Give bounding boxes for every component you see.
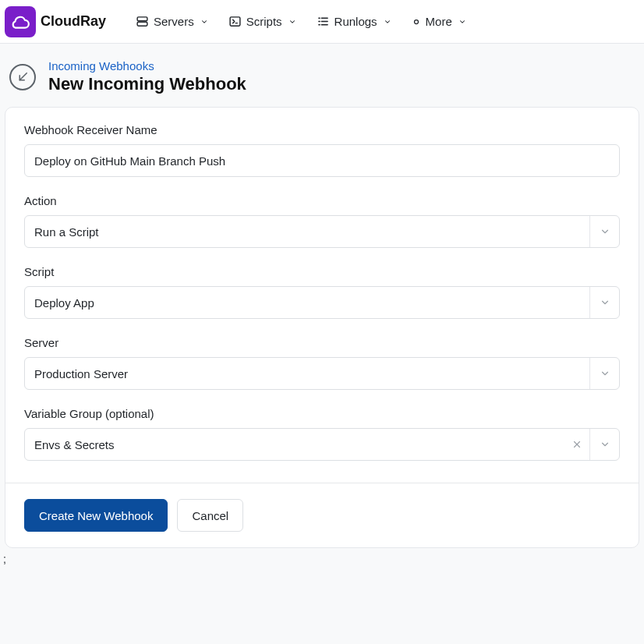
script-select[interactable]: Deploy App [24,286,620,319]
nav-label: Scripts [246,15,282,28]
clear-icon[interactable] [564,429,589,460]
terminal-icon [228,15,242,28]
action-select[interactable]: Run a Script [24,215,620,248]
chevron-down-icon [458,18,466,26]
cancel-button[interactable]: Cancel [177,499,243,532]
form-group-vargroup: Variable Group (optional) Envs & Secrets [24,407,620,461]
chevron-down-icon [384,18,391,26]
chevron-down-icon [589,358,619,389]
nav-links: Servers Scripts [136,15,466,28]
action-value: Run a Script [25,216,589,247]
vargroup-label: Variable Group (optional) [24,407,620,420]
svg-rect-1 [137,22,147,26]
name-input[interactable] [24,144,620,177]
form-group-name: Webhook Receiver Name [24,123,620,177]
script-value: Deploy App [25,287,589,318]
card-footer: Create New Webhook Cancel [5,483,639,547]
nav-label: Servers [154,15,194,28]
server-select[interactable]: Production Server [24,357,620,390]
nav-item-more[interactable]: More [412,15,466,28]
chevron-down-icon [589,429,619,460]
create-webhook-button[interactable]: Create New Webhook [24,499,168,532]
stray-text: ; [3,553,641,565]
brand-logo [5,6,36,37]
nav-item-runlogs[interactable]: Runlogs [317,15,391,28]
script-label: Script [24,265,620,278]
svg-line-11 [19,73,27,80]
form-group-server: Server Production Server [24,336,620,390]
chevron-down-icon [589,287,619,318]
chevron-down-icon [200,18,208,26]
page-title: New Incoming Webhook [48,74,246,94]
brand-name: CloudRay [41,13,106,30]
svg-rect-0 [137,17,147,21]
breadcrumb-link[interactable]: Incoming Webhooks [48,59,154,73]
nav-item-servers[interactable]: Servers [136,15,208,28]
cloud-icon [10,12,30,32]
nav-label: Runlogs [334,15,377,28]
circle-icon [412,17,421,27]
chevron-down-icon [288,18,296,26]
action-label: Action [24,194,620,207]
top-navbar: CloudRay Servers Script [0,0,644,44]
form-card: Webhook Receiver Name Action Run a Scrip… [5,107,639,548]
list-icon [317,15,330,28]
server-label: Server [24,336,620,349]
svg-point-10 [414,19,418,23]
nav-item-scripts[interactable]: Scripts [228,15,296,28]
form-group-action: Action Run a Script [24,194,620,248]
server-icon [136,15,149,28]
chevron-down-icon [589,216,619,247]
incoming-arrow-icon [9,64,36,90]
page-header: Incoming Webhooks New Incoming Webhook [0,44,644,107]
brand[interactable]: CloudRay [5,6,106,37]
vargroup-select[interactable]: Envs & Secrets [24,428,620,461]
vargroup-value: Envs & Secrets [25,429,564,460]
server-value: Production Server [25,358,589,389]
name-label: Webhook Receiver Name [24,123,620,136]
form-group-script: Script Deploy App [24,265,620,319]
nav-label: More [426,15,452,28]
